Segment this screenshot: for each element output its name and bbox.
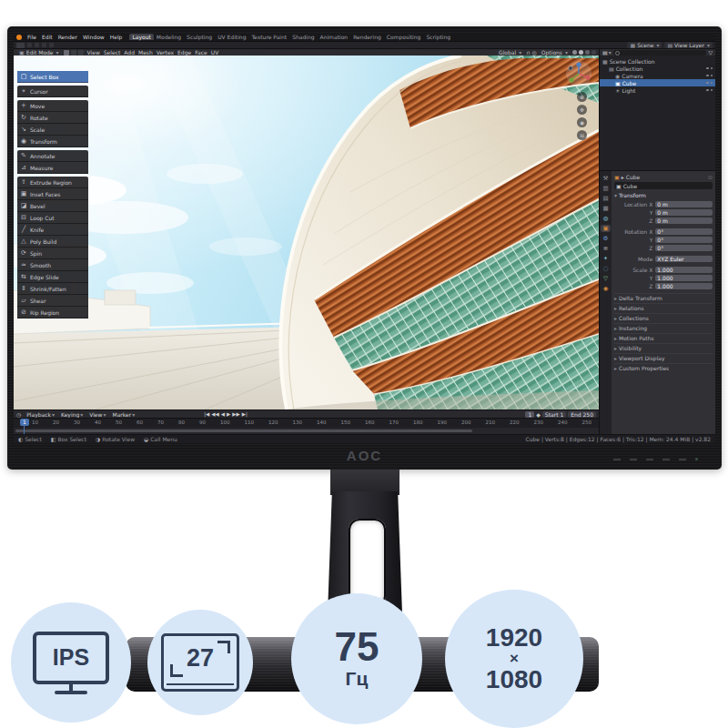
- field-label: Y: [614, 209, 655, 216]
- tool-icon: ▣: [20, 190, 27, 197]
- tool-button: ⇕ Shrink/Fatten: [17, 283, 88, 295]
- tool-button: ⇧ Extrude Region: [17, 177, 88, 188]
- transport-button-icon: ▶▶: [232, 410, 239, 418]
- timeline-menu-item: Keying: [58, 411, 86, 418]
- frame-tick: 250: [582, 420, 592, 425]
- timeline-header: ◷ PlaybackKeyingViewMarker |◀◀◀◀▶▶▶▶| 1 …: [14, 410, 599, 418]
- field-label: Mode: [614, 256, 655, 262]
- object-icon: ▣: [614, 174, 620, 180]
- tool-label: Inset Faces: [30, 191, 60, 197]
- object-name-field: ▣ Cube: [614, 182, 713, 189]
- outliner-item-label: Camera: [622, 73, 643, 79]
- osd-power-icon: [679, 459, 686, 460]
- tool-button: ▢ Select Box: [17, 71, 88, 83]
- tool-settings-bar: ▦Scene ▤View Layer: [14, 41, 715, 48]
- properties-tab-icon: ◉: [601, 285, 611, 292]
- tool-label: Rotate: [30, 115, 48, 121]
- power-led: [695, 458, 698, 460]
- outliner-item: ▣ Cube: [600, 79, 715, 86]
- monitor: FileEditRenderWindowHelp LayoutModelingS…: [7, 26, 722, 470]
- section-header: Viewport Display: [614, 353, 713, 362]
- tool-icon: +: [20, 102, 27, 109]
- monitor-icon-neck: [69, 684, 73, 691]
- viewport-render-building: [14, 56, 599, 410]
- tool-button: ≈ Smooth: [17, 259, 88, 271]
- viewport-menu-item: UV: [209, 49, 221, 56]
- field-value: 0 m: [655, 201, 713, 207]
- tool-button: ✎ Annotate: [17, 150, 88, 162]
- mouse-hint: ◐ Select: [18, 436, 42, 442]
- outliner-header: ▤ ▽: [599, 48, 715, 56]
- section-header: Collections: [614, 313, 713, 322]
- tool-icon: ⊘: [20, 308, 27, 316]
- outliner-item: ☀ Light: [600, 86, 715, 94]
- workspace-tab: Compositing: [384, 34, 424, 40]
- outliner-panel: ▦ Scene Collection ▤ Collection ◉ Camera: [599, 56, 715, 170]
- tool-icon: ↻: [20, 114, 27, 121]
- frame-tick: 130: [293, 420, 303, 425]
- viewport-menu-item: Mesh: [136, 49, 155, 56]
- outliner-item-icon: ▣: [615, 80, 621, 86]
- section-header: Delta Transform: [614, 293, 713, 302]
- frame-tick: 30: [74, 420, 80, 425]
- outliner-item-label: Scene Collection: [610, 58, 655, 65]
- tool-label: Poly Build: [30, 238, 56, 245]
- tool-label: Edge Slide: [30, 274, 59, 280]
- outliner-item: ▦ Scene Collection: [600, 57, 715, 65]
- viewport-menu-item: Vertex: [155, 49, 176, 56]
- resolution-height: 1080: [486, 667, 542, 693]
- tool-button: ↻ Rotate: [17, 112, 88, 124]
- properties-tab-icon: ◌: [601, 265, 611, 272]
- properties-tabs: ⚒▥▤▦◍▣⚙≣✦◌▽◉: [600, 171, 612, 434]
- bottom-bezel: AOC: [7, 443, 722, 470]
- tool-button: △ Poly Build: [17, 236, 88, 248]
- frame-tick: 20: [53, 420, 59, 425]
- outliner-item: ▤ Collection: [600, 65, 715, 72]
- mouse-icon: ◒: [144, 436, 148, 442]
- stand-neck: [330, 470, 399, 495]
- section-header: Instancing: [614, 323, 713, 332]
- tool-icon: ⌖: [20, 87, 27, 95]
- viewport-header: ▣Edit Mode ViewSelectAddMeshVertexEdgeFa…: [14, 48, 599, 56]
- badge-screen-size: 27: [147, 610, 253, 715]
- viewport-menu-item: Select: [102, 49, 123, 56]
- workspace-tab: Animation: [318, 34, 351, 40]
- workspace-tab: Modeling: [154, 34, 184, 40]
- pin-icon: ⊙: [708, 174, 713, 180]
- field-label: Y: [614, 275, 655, 281]
- osd-buttons: [613, 458, 698, 460]
- tool-icon: ✎: [20, 152, 27, 159]
- properties-breadcrumb: ▣ ▸ Cube ⊙: [614, 173, 713, 181]
- viewport-menu-item: Add: [122, 49, 136, 56]
- clock-icon: ◷: [16, 411, 21, 418]
- frame-tick: 50: [116, 420, 122, 425]
- field-value: 1.000: [655, 275, 713, 281]
- outliner-filter-icon: ▤: [602, 49, 612, 56]
- frame-tick: 190: [438, 420, 448, 425]
- properties-panel: ⚒▥▤▦◍▣⚙≣✦◌▽◉ ▣ ▸ Cube ⊙ ▣ Cube Transform: [599, 170, 715, 434]
- view-layer-selector: ▤View Layer: [664, 42, 713, 48]
- workspace-tab: Sculpting: [184, 34, 215, 40]
- tool-label: Rip Region: [30, 309, 59, 316]
- tool-button: + Move: [17, 100, 88, 112]
- visibility-icons: [706, 67, 713, 70]
- outliner-item-label: Light: [622, 87, 635, 94]
- frame-end-field: End 250: [568, 411, 596, 418]
- viewport-controls: ⊕ ✥ ◉ ⊞: [577, 92, 587, 140]
- shading-wireframe-icon: [572, 50, 577, 55]
- frame-tick: 40: [95, 420, 101, 425]
- panel-type-label: IPS: [53, 644, 89, 671]
- timeline-ruler: 1020304050607080901001101201301401501601…: [14, 418, 599, 428]
- transform-row: Mode XYZ Euler: [614, 255, 713, 262]
- tool-label: Select Box: [30, 74, 59, 80]
- face-select-icon: [78, 50, 84, 56]
- badge-panel-type: IPS: [11, 602, 131, 723]
- playhead-line: [24, 426, 25, 434]
- frame-tick: 90: [199, 420, 206, 425]
- viewport-menu-item: Edge: [176, 49, 193, 56]
- field-value: 1.000: [655, 283, 713, 289]
- scene-selector: ▦Scene: [627, 42, 662, 48]
- properties-tab-icon: ▦: [601, 205, 611, 212]
- edit-mode-icon: ▣: [19, 49, 25, 56]
- section-header: Relations: [614, 303, 713, 312]
